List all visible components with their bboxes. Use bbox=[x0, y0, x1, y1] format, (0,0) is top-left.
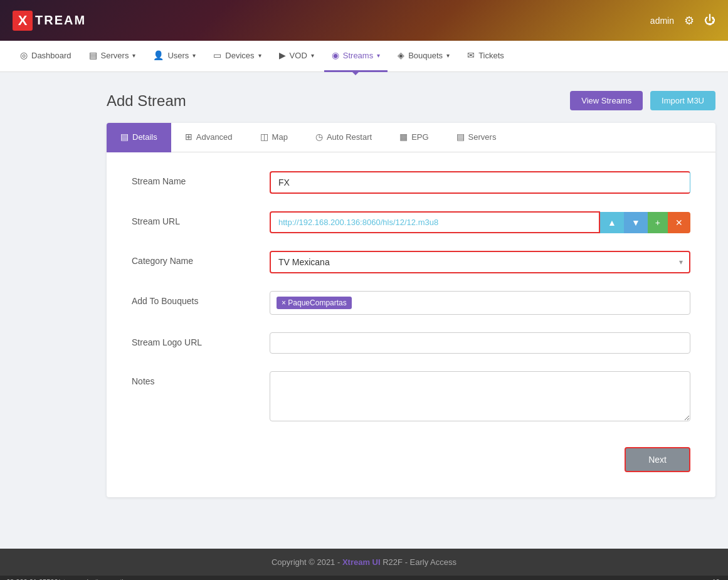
stream-name-label: Stream Name bbox=[132, 171, 270, 186]
logo: X TREAM bbox=[13, 11, 86, 31]
power-icon[interactable]: ⏻ bbox=[704, 14, 715, 27]
header: X TREAM admin ⚙ ⏻ bbox=[0, 0, 728, 41]
category-name-label: Category Name bbox=[132, 251, 270, 266]
vod-icon: ▶ bbox=[279, 50, 286, 60]
bouquets-control: × PaqueCompartas bbox=[270, 291, 690, 315]
nav-servers[interactable]: ▤ Servers ▾ bbox=[82, 41, 144, 72]
url-remove-button[interactable]: ✕ bbox=[668, 212, 690, 233]
url-up-button[interactable]: ▲ bbox=[600, 212, 624, 233]
url-add-button[interactable]: + bbox=[648, 212, 668, 233]
bouquets-row: Add To Bouquets × PaqueCompartas bbox=[132, 291, 690, 315]
settings-icon[interactable]: ⚙ bbox=[684, 14, 694, 28]
notes-control bbox=[270, 371, 690, 423]
category-select-wrap: TV Mexicana Sports Movies News ▾ bbox=[270, 251, 690, 273]
tab-details[interactable]: ▤ Details bbox=[107, 123, 171, 152]
vod-arrow: ▾ bbox=[311, 52, 314, 59]
category-name-row: Category Name TV Mexicana Sports Movies … bbox=[132, 251, 690, 273]
page-actions: View Streams Import M3U bbox=[570, 91, 715, 110]
view-streams-button[interactable]: View Streams bbox=[570, 91, 643, 110]
tab-map[interactable]: ◫ Map bbox=[246, 123, 302, 152]
tab-map-label: Map bbox=[272, 132, 288, 142]
statusbar: 68.200.21:25500/stream.php#epg-options 1… bbox=[0, 576, 728, 580]
nav-tickets[interactable]: ✉ Tickets bbox=[460, 41, 512, 72]
nav-streams[interactable]: ◉ Streams ▾ bbox=[324, 41, 388, 72]
tab-auto-restart[interactable]: ◷ Auto Restart bbox=[302, 123, 386, 152]
servers-tab-icon: ▤ bbox=[456, 132, 465, 142]
dashboard-icon: ◎ bbox=[20, 50, 28, 60]
nav-bouquets-label: Bouquets bbox=[408, 51, 443, 60]
stream-url-input[interactable] bbox=[270, 211, 600, 233]
streams-arrow: ▾ bbox=[377, 52, 380, 59]
next-button[interactable]: Next bbox=[625, 447, 690, 472]
tab-epg[interactable]: ▦ EPG bbox=[386, 123, 442, 152]
footer-text: Copyright © 2021 - Xtream UI R22F - Earl… bbox=[272, 557, 456, 567]
tab-servers[interactable]: ▤ Servers bbox=[443, 123, 510, 152]
form-footer: Next bbox=[132, 441, 690, 478]
nav-streams-label: Streams bbox=[343, 51, 373, 60]
logo-x: X bbox=[13, 11, 33, 31]
nav-vod[interactable]: ▶ VOD ▾ bbox=[272, 41, 322, 72]
tickets-icon: ✉ bbox=[467, 50, 475, 60]
users-arrow: ▾ bbox=[193, 52, 196, 59]
nav-dashboard[interactable]: ◎ Dashboard bbox=[13, 41, 79, 72]
notes-row: Notes bbox=[132, 371, 690, 423]
notes-textarea[interactable] bbox=[270, 371, 690, 421]
devices-arrow: ▾ bbox=[258, 52, 261, 59]
nav-users-label: Users bbox=[167, 51, 189, 60]
url-down-button[interactable]: ▼ bbox=[624, 212, 648, 233]
stream-name-row: Stream Name bbox=[132, 171, 690, 194]
tab-epg-label: EPG bbox=[411, 132, 428, 142]
bouquet-tag[interactable]: × PaqueCompartas bbox=[277, 297, 352, 309]
stream-url-group: ▲ ▼ + ✕ bbox=[270, 211, 690, 233]
nav-bouquets[interactable]: ◈ Bouquets ▾ bbox=[390, 41, 457, 72]
footer: Copyright © 2021 - Xtream UI R22F - Earl… bbox=[0, 549, 728, 576]
stream-name-control bbox=[270, 171, 690, 194]
streams-icon: ◉ bbox=[332, 50, 339, 60]
logo-text: TREAM bbox=[35, 13, 86, 28]
nav-servers-label: Servers bbox=[101, 51, 129, 60]
form-tabs: ▤ Details ⊞ Advanced ◫ Map ◷ Auto Restar… bbox=[107, 123, 715, 152]
nav-active-indicator bbox=[351, 70, 361, 75]
logo-url-input[interactable] bbox=[270, 332, 690, 354]
page-header: Add Stream View Streams Import M3U bbox=[107, 91, 715, 110]
tab-details-label: Details bbox=[132, 132, 157, 142]
stream-url-control: ▲ ▼ + ✕ bbox=[270, 211, 690, 233]
stream-url-label: Stream URL bbox=[132, 211, 270, 226]
nav-users[interactable]: 👤 Users ▾ bbox=[145, 41, 203, 72]
nav-devices-label: Devices bbox=[225, 51, 254, 60]
nav-dashboard-label: Dashboard bbox=[31, 51, 71, 60]
details-tab-icon: ▤ bbox=[120, 132, 129, 142]
tab-servers-label: Servers bbox=[468, 132, 497, 142]
form-card: ▤ Details ⊞ Advanced ◫ Map ◷ Auto Restar… bbox=[107, 123, 715, 497]
servers-icon: ▤ bbox=[89, 50, 97, 60]
import-m3u-button[interactable]: Import M3U bbox=[650, 91, 715, 110]
bouquets-arrow: ▾ bbox=[446, 52, 450, 59]
footer-copyright: Copyright © 2021 - bbox=[272, 557, 342, 567]
nav-devices[interactable]: ▭ Devices ▾ bbox=[206, 41, 268, 72]
tab-advanced-label: Advanced bbox=[196, 132, 233, 142]
epg-tab-icon: ▦ bbox=[399, 132, 408, 142]
page-title: Add Stream bbox=[107, 92, 186, 110]
category-name-control: TV Mexicana Sports Movies News ▾ bbox=[270, 251, 690, 273]
logo-url-label: Stream Logo URL bbox=[132, 332, 270, 347]
servers-arrow: ▾ bbox=[132, 52, 135, 59]
tab-advanced[interactable]: ⊞ Advanced bbox=[171, 123, 246, 152]
notes-label: Notes bbox=[132, 371, 270, 386]
logo-url-row: Stream Logo URL bbox=[132, 332, 690, 354]
bouquet-tag-text: × PaqueCompartas bbox=[282, 298, 347, 307]
main-nav: ◎ Dashboard ▤ Servers ▾ 👤 Users ▾ ▭ Devi… bbox=[0, 41, 728, 72]
logo-url-control bbox=[270, 332, 690, 354]
nav-vod-label: VOD bbox=[290, 51, 307, 60]
map-tab-icon: ◫ bbox=[260, 132, 268, 142]
stream-name-input[interactable] bbox=[270, 171, 690, 194]
devices-icon: ▭ bbox=[213, 50, 221, 60]
bouquet-wrap[interactable]: × PaqueCompartas bbox=[270, 291, 690, 315]
tab-auto-restart-label: Auto Restart bbox=[327, 132, 372, 142]
users-icon: 👤 bbox=[153, 50, 164, 60]
category-select[interactable]: TV Mexicana Sports Movies News bbox=[271, 252, 689, 272]
bouquets-label: Add To Bouquets bbox=[132, 291, 270, 306]
main-content: Add Stream View Streams Import M3U ▤ Det… bbox=[0, 72, 728, 549]
auto-restart-tab-icon: ◷ bbox=[315, 132, 323, 142]
header-right: admin ⚙ ⏻ bbox=[650, 14, 715, 28]
stream-url-row: Stream URL ▲ ▼ + ✕ bbox=[132, 211, 690, 233]
